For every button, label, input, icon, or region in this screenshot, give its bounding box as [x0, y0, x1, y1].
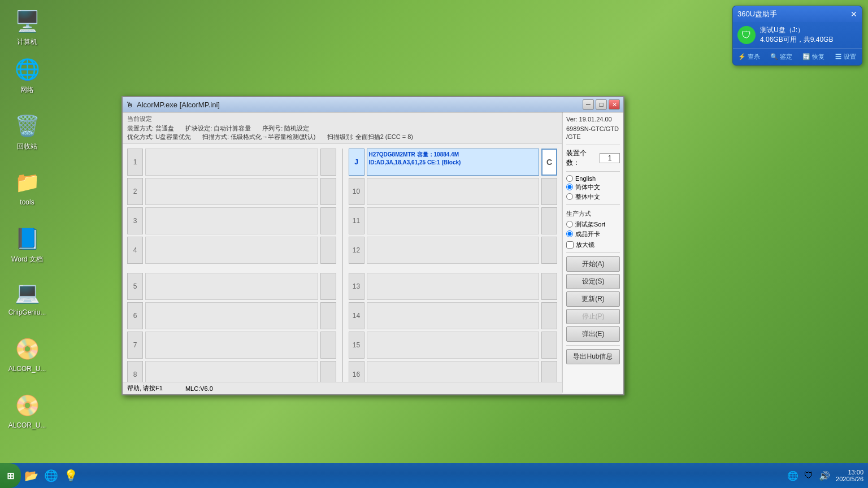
- slot-info-line2: ID:AD,3A,18,A3,61,25 CE:1 (Block): [369, 159, 537, 167]
- slot-num-4: 4: [127, 237, 143, 264]
- alcor2-icon: 📀: [14, 392, 41, 419]
- divider-5: [566, 345, 620, 346]
- setting-block: 扩块设定: 自动计算容量: [185, 124, 251, 133]
- magnifier-row[interactable]: 放大镜: [566, 241, 620, 249]
- quick-launch-lightbulb[interactable]: 💡: [63, 468, 79, 483]
- slot-c-1: [320, 149, 336, 176]
- settings-button[interactable]: 设定(S): [566, 274, 620, 289]
- slot-main-15[interactable]: [367, 332, 540, 359]
- clock-date: 2020/5/26: [836, 476, 863, 482]
- slot-num-15: 15: [349, 332, 364, 359]
- slot-c-14: [541, 302, 557, 329]
- grid-row-14: 14: [349, 302, 558, 329]
- widget-btn-scan[interactable]: ⚡ 查杀: [733, 51, 765, 63]
- slot-main-13[interactable]: [367, 273, 540, 300]
- slot-c-2: [320, 178, 336, 205]
- grid-divider: [342, 149, 343, 388]
- magnifier-checkbox[interactable]: [566, 241, 574, 249]
- slot-main-1[interactable]: [145, 149, 318, 176]
- slot-num-j: J: [349, 149, 364, 176]
- eject-button[interactable]: 弹出(E): [566, 326, 620, 342]
- clock-time: 13:00: [836, 469, 863, 476]
- radio-traditional-input[interactable]: [566, 193, 573, 200]
- slot-main-7[interactable]: [145, 332, 318, 359]
- desktop-icon-computer[interactable]: 🖥️ 计算机: [5, 6, 50, 49]
- quick-launch: 📂 🌐 💡: [23, 468, 79, 483]
- settings-row-2: 优化方式: U盘容量优先 扫描方式: 低级格式化→半容量检测(默认) 扫描级别:…: [127, 133, 557, 141]
- slot-main-3[interactable]: [145, 207, 318, 234]
- quick-launch-browser[interactable]: 🌐: [43, 468, 59, 483]
- slot-main-j[interactable]: H27QDG8M2MTR 容量：10884.4M ID:AD,3A,18,A3,…: [367, 149, 540, 176]
- close-button[interactable]: ✕: [609, 99, 620, 110]
- slot-main-2[interactable]: [145, 178, 318, 205]
- grid-row-6: 6: [127, 302, 336, 329]
- slot-main-12[interactable]: [367, 237, 540, 264]
- slot-main-5[interactable]: [145, 273, 318, 300]
- radio-traditional[interactable]: 整体中文: [566, 193, 620, 201]
- radio-simplified-input[interactable]: [566, 184, 573, 190]
- grid-area: 1 2 3: [123, 144, 562, 393]
- start-orb: ⊞: [7, 470, 14, 481]
- export-button[interactable]: 导出Hub信息: [566, 349, 620, 364]
- widget-btn-identify[interactable]: 🔍 鉴定: [765, 51, 797, 63]
- computer-label: 计算机: [17, 37, 37, 47]
- desktop-icon-network[interactable]: 🌐 网络: [5, 54, 50, 97]
- radio-card[interactable]: 成品开卡: [566, 230, 620, 238]
- radio-card-input[interactable]: [566, 230, 573, 237]
- tools-label: tools: [20, 198, 34, 206]
- desktop-icon-recycle[interactable]: 🗑️ 回收站: [5, 110, 50, 154]
- desktop-icon-chipgenius[interactable]: 💻 ChipGeniu...: [5, 277, 50, 319]
- slot-main-14[interactable]: [367, 302, 540, 329]
- alcor2-label: ALCOR_U...: [8, 421, 46, 429]
- disk-space: 4.06GB可用，共9.40GB: [760, 35, 833, 45]
- slot-num-5: 5: [127, 273, 143, 300]
- widget-360-title: 360U盘助手: [737, 9, 777, 19]
- grid-row-11: 11: [349, 207, 558, 234]
- desktop-icon-alcor2[interactable]: 📀 ALCOR_U...: [5, 390, 50, 432]
- radio-card-label: 成品开卡: [575, 230, 600, 238]
- widget-360-close[interactable]: ✕: [850, 10, 857, 19]
- radio-english[interactable]: English: [566, 175, 620, 182]
- stop-button[interactable]: 停止(P): [566, 309, 620, 324]
- desktop-icon-tools[interactable]: 📁 tools: [5, 167, 50, 208]
- desktop-icon-word[interactable]: 📘 Word 文档: [5, 223, 50, 267]
- recycle-icon: 🗑️: [14, 112, 41, 140]
- slot-main-10[interactable]: [367, 178, 540, 205]
- maximize-button[interactable]: □: [596, 99, 607, 110]
- count-input[interactable]: [600, 153, 620, 163]
- start-button[interactable]: 开始(A): [566, 256, 620, 272]
- tray-globe-icon[interactable]: 🌐: [786, 469, 800, 482]
- network-label: 网络: [20, 85, 34, 95]
- widget-btn-settings[interactable]: ☰ 设置: [830, 51, 862, 63]
- slot-main-4[interactable]: [145, 237, 318, 264]
- status-help: 帮助, 请按F1: [127, 384, 163, 393]
- update-button[interactable]: 更新(R): [566, 291, 620, 307]
- window-title-text: AlcorMP.exe [AlcorMP.ini]: [137, 101, 220, 109]
- minimize-button[interactable]: ─: [583, 99, 594, 110]
- divider-4: [566, 252, 620, 253]
- radio-sort-input[interactable]: [566, 221, 573, 228]
- setting-device: 装置方式: 普通盘: [127, 124, 174, 133]
- divider-3: [566, 204, 620, 205]
- slot-c-5: [320, 273, 336, 300]
- tray-volume-icon[interactable]: 🔊: [818, 469, 831, 482]
- radio-english-input[interactable]: [566, 175, 573, 182]
- slot-c-15: [541, 332, 557, 359]
- widget-btn-restore[interactable]: 🔄 恢复: [797, 51, 830, 63]
- setting-scan: 扫描方式: 低级格式化→半容量检测(默认): [202, 133, 315, 141]
- start-button-taskbar[interactable]: ⊞: [0, 463, 21, 488]
- count-row: 装置个数：: [566, 149, 620, 168]
- count-label: 装置个数：: [566, 149, 597, 168]
- radio-sort[interactable]: 测试架Sort: [566, 220, 620, 229]
- radio-simplified[interactable]: 简体中文: [566, 183, 620, 191]
- slot-main-11[interactable]: [367, 207, 540, 234]
- desktop-icon-alcor1[interactable]: 📀 ALCOR_U...: [5, 333, 50, 375]
- slot-num-13: 13: [349, 273, 364, 300]
- slot-c-7: [320, 332, 336, 359]
- slot-main-6[interactable]: [145, 302, 318, 329]
- radio-traditional-label: 整体中文: [575, 193, 600, 201]
- grid-gap: [127, 266, 336, 271]
- quick-launch-folder[interactable]: 📂: [23, 468, 40, 483]
- tray-shield-icon[interactable]: 🛡: [803, 469, 814, 482]
- slot-c-11: [541, 207, 557, 234]
